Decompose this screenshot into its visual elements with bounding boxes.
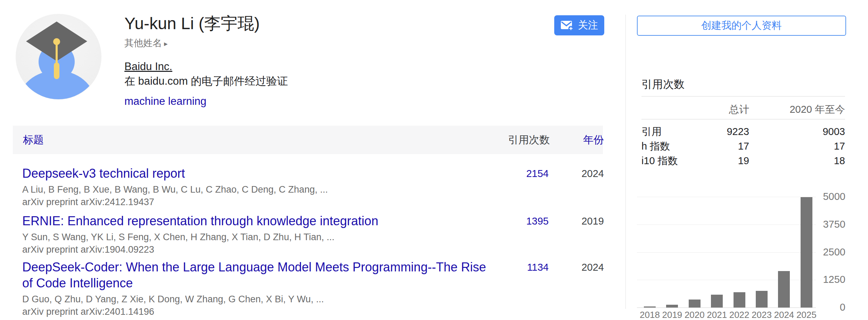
bar-2019[interactable] (666, 305, 678, 308)
x-axis-tick-label: 2024 (772, 310, 795, 320)
metric-value-all: 19 (680, 153, 749, 168)
column-header-all: 总计 (680, 103, 749, 116)
sidebar-divider (625, 15, 626, 309)
article-authors: D Guo, Q Zhu, D Yang, Z Xie, K Dong, W Z… (22, 293, 490, 305)
other-names-label: 其他姓名 (124, 38, 162, 48)
bar-2025[interactable] (801, 197, 812, 308)
affiliation-link[interactable]: Baidu Inc. (124, 60, 172, 73)
graduate-avatar-icon (16, 14, 101, 100)
article-title-link[interactable]: ERNIE: Enhanced representation through k… (22, 213, 490, 229)
x-axis-tick-label: 2019 (661, 310, 683, 320)
other-names-toggle[interactable]: 其他姓名▸ (124, 37, 168, 49)
metric-value-since: 17 (762, 139, 845, 153)
affiliation-row: Baidu Inc. (124, 60, 288, 74)
divider (641, 96, 845, 96)
bar-2021[interactable] (711, 295, 723, 308)
profile-info: Yu-kun Li (李宇琨) 其他姓名▸ Baidu Inc. 在 baidu… (124, 14, 288, 108)
metric-value-since: 18 (762, 153, 845, 168)
article-venue: arXiv preprint arXiv:1904.09223 (22, 243, 490, 256)
envelope-plus-icon (560, 20, 574, 31)
y-axis-tick-label: 2500 (818, 246, 845, 258)
x-axis-tick-label: 2023 (750, 310, 773, 320)
article-year: 2024 (562, 262, 604, 273)
bar-2022[interactable] (734, 292, 745, 308)
article-cited-by-link[interactable]: 2154 (493, 168, 549, 179)
follow-button-label: 关注 (578, 18, 598, 32)
metric-label: i10 指数 (641, 153, 678, 168)
profile-name: Yu-kun Li (李宇琨) (124, 14, 288, 33)
verified-email: 在 baidu.com 的电子邮件经过验证 (124, 74, 288, 89)
bar-2024[interactable] (778, 271, 790, 308)
column-header-since: 2020 年至今 (762, 103, 845, 116)
gridline-y3750 (637, 225, 816, 225)
metric-value-since: 9003 (762, 124, 845, 139)
cited-by-row: 引用 9223 9003 (641, 124, 845, 139)
article-year: 2019 (562, 216, 604, 227)
article-row: DeepSeek-Coder: When the Large Language … (13, 259, 603, 318)
x-axis-tick-label: 2021 (705, 310, 728, 320)
metric-value-all: 17 (680, 139, 749, 153)
cited-by-row: h 指数 17 17 (641, 139, 845, 153)
article-row: ERNIE: Enhanced representation through k… (13, 213, 603, 256)
article-row: Deepseek-v3 technical report A Liu, B Fe… (13, 166, 603, 208)
x-axis-tick-label: 2020 (683, 310, 706, 320)
y-axis-tick-label: 0 (818, 302, 845, 313)
y-axis-tick-label: 1250 (818, 274, 845, 285)
x-axis-tick-label: 2022 (728, 310, 751, 320)
metric-value-all: 9223 (680, 124, 749, 139)
article-authors: Y Sun, S Wang, YK Li, S Feng, X Chen, H … (22, 231, 490, 243)
divider (641, 119, 845, 119)
y-axis-tick-label: 5000 (818, 191, 845, 202)
bar-2023[interactable] (756, 291, 768, 308)
column-header-year[interactable]: 年份 (551, 126, 604, 154)
follow-button[interactable]: 关注 (554, 15, 604, 35)
gridline-y0 (637, 308, 816, 308)
column-header-title[interactable]: 标题 (23, 126, 44, 154)
article-year: 2024 (562, 168, 604, 179)
metric-label: 引用 (641, 124, 662, 139)
article-venue: arXiv preprint arXiv:2401.14196 (22, 305, 490, 318)
article-cited-by-link[interactable]: 1134 (493, 262, 549, 273)
article-title-link[interactable]: Deepseek-v3 technical report (22, 166, 490, 182)
article-cited-by-link[interactable]: 1395 (493, 216, 549, 227)
metric-label: h 指数 (641, 139, 670, 153)
cited-by-rows: 引用 9223 9003 h 指数 17 17 i10 指数 19 18 (641, 124, 845, 168)
y-axis-tick-label: 3750 (818, 219, 845, 230)
cited-by-row: i10 指数 19 18 (641, 153, 845, 168)
cited-by-heading[interactable]: 引用次数 (641, 77, 685, 92)
create-profile-button[interactable]: 创建我的个人资料 (637, 16, 846, 36)
x-axis-tick-label: 2025 (795, 310, 818, 320)
scholar-profile-page: { "profile": { "name": "Yu-kun Li (李宇琨)"… (0, 0, 868, 320)
avatar (16, 14, 101, 100)
gridline-y2500 (637, 252, 816, 253)
interest-link-machine-learning[interactable]: machine learning (124, 95, 206, 107)
cited-by-column-headers: 总计 2020 年至今 (641, 103, 845, 116)
bar-2020[interactable] (689, 300, 701, 308)
column-header-cited-by: 引用次数 (508, 126, 550, 154)
article-venue: arXiv preprint arXiv:2412.19437 (22, 196, 490, 208)
bar-2018[interactable] (644, 306, 656, 308)
gridline-y5000 (637, 197, 816, 197)
x-axis-tick-label: 2018 (638, 310, 661, 320)
citations-per-year-chart: 0125025003750500020182019202020212022202… (637, 187, 846, 320)
chevron-right-icon: ▸ (164, 40, 168, 48)
articles-table-header: 标题 引用次数 年份 (13, 126, 603, 154)
article-title-link[interactable]: DeepSeek-Coder: When the Large Language … (22, 259, 490, 291)
article-authors: A Liu, B Feng, B Xue, B Wang, B Wu, C Lu… (22, 183, 490, 196)
